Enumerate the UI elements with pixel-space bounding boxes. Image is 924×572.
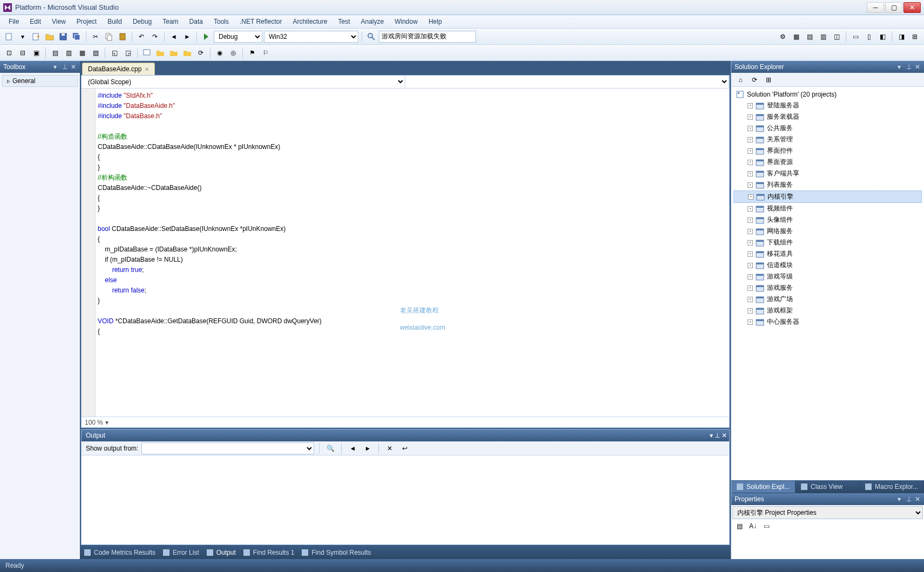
tb2-18[interactable]: ⚐ (260, 47, 271, 59)
project-1[interactable]: +服务装载器 (733, 111, 922, 122)
project-14[interactable]: +信道模块 (733, 260, 922, 271)
maximize-button[interactable]: ▢ (885, 2, 902, 13)
expand-icon[interactable]: + (748, 217, 753, 223)
expand-icon[interactable]: + (748, 240, 753, 246)
tb-icon-9[interactable]: ◨ (895, 31, 907, 43)
se-home-button[interactable]: ⌂ (735, 74, 746, 86)
output-next-button[interactable]: ► (362, 442, 373, 454)
save-button[interactable] (57, 31, 69, 43)
tb-icon-4[interactable]: ▥ (817, 31, 829, 43)
project-6[interactable]: +客户端共享 (733, 168, 922, 179)
menu-architecture[interactable]: Architecture (287, 16, 332, 27)
start-debug-button[interactable] (200, 31, 212, 43)
minimize-button[interactable]: ─ (867, 2, 884, 13)
paste-button[interactable] (117, 31, 128, 43)
file-tab-close-icon[interactable]: ✕ (145, 66, 149, 72)
menu-help[interactable]: Help (423, 16, 447, 27)
props-az-button[interactable]: A↓ (747, 520, 759, 532)
output-prev-button[interactable]: ◄ (346, 442, 358, 454)
output-pin-icon[interactable]: ⊥ (715, 432, 720, 439)
se-close-icon[interactable]: ✕ (915, 63, 922, 71)
config-select[interactable]: Debug (214, 31, 262, 43)
find-button[interactable] (365, 31, 377, 43)
output-tab-1[interactable]: Error List (162, 548, 199, 557)
tb2-2[interactable]: ⊟ (17, 47, 29, 59)
expand-icon[interactable]: + (748, 194, 753, 200)
tb-icon-7[interactable]: ▯ (863, 31, 875, 43)
props-dropdown-icon[interactable]: ▾ (898, 495, 905, 503)
toolbox-dropdown-icon[interactable]: ▾ (53, 63, 61, 71)
expand-icon[interactable]: + (748, 285, 753, 291)
properties-select[interactable]: 内核引擎 Project Properties (732, 506, 923, 519)
project-8[interactable]: +内核引擎 (733, 190, 922, 203)
expand-icon[interactable]: + (748, 263, 753, 268)
tb2-15[interactable]: ◉ (214, 47, 226, 59)
find-input[interactable] (379, 31, 476, 43)
project-4[interactable]: +界面控件 (733, 145, 922, 156)
tb-icon-8[interactable]: ◧ (877, 31, 888, 43)
se-pin-icon[interactable]: ⊥ (906, 63, 914, 71)
project-10[interactable]: +头像组件 (733, 214, 922, 226)
tb2-3[interactable]: ▣ (30, 47, 42, 59)
add-item-button[interactable]: + (30, 31, 42, 43)
tb2-12[interactable] (168, 47, 180, 59)
se-tab-1[interactable]: Class View (796, 481, 860, 493)
tb2-7[interactable]: ▧ (90, 47, 101, 59)
project-18[interactable]: +游戏框架 (733, 305, 922, 316)
expand-icon[interactable]: + (748, 308, 753, 314)
project-16[interactable]: +游戏服务 (733, 282, 922, 294)
open-button[interactable] (44, 31, 56, 43)
project-3[interactable]: +关系管理 (733, 134, 922, 145)
expand-icon[interactable]: + (748, 103, 753, 108)
cut-button[interactable]: ✂ (90, 31, 101, 43)
new-dropdown[interactable]: ▾ (17, 31, 29, 43)
menu-build[interactable]: Build (102, 16, 127, 27)
zoom-dropdown-icon[interactable]: ▾ (105, 419, 108, 426)
project-17[interactable]: +游戏广场 (733, 294, 922, 305)
scope-right-select[interactable] (405, 76, 729, 88)
tb2-6[interactable]: ▦ (76, 47, 88, 59)
expand-icon[interactable]: + (748, 114, 753, 120)
output-tab-2[interactable]: Output (206, 548, 236, 557)
props-cat-button[interactable]: ▤ (733, 520, 745, 532)
project-12[interactable]: +下载组件 (733, 237, 922, 248)
new-project-button[interactable] (3, 31, 15, 43)
props-close-icon[interactable]: ✕ (915, 495, 922, 503)
menu-analyze[interactable]: Analyze (355, 16, 389, 27)
expand-icon[interactable]: + (748, 251, 753, 257)
nav-fwd-button[interactable]: ► (181, 31, 193, 43)
expand-icon[interactable]: + (748, 319, 753, 325)
scope-left-select[interactable]: (Global Scope) (81, 76, 405, 88)
menu-reflector[interactable]: .NET Reflector (234, 16, 287, 27)
file-tab-active[interactable]: DataBaseAide.cpp ✕ (82, 63, 155, 75)
output-dropdown-icon[interactable]: ▾ (710, 432, 713, 439)
tb2-16[interactable]: ◎ (227, 47, 239, 59)
toolbox-pin-icon[interactable]: ⊥ (62, 63, 70, 71)
expand-icon[interactable]: + (748, 137, 753, 142)
output-clear-button[interactable]: ✕ (384, 442, 396, 454)
undo-button[interactable]: ↶ (135, 31, 147, 43)
tb2-14[interactable]: ⟳ (195, 47, 207, 59)
output-find-button[interactable]: 🔍 (324, 442, 336, 454)
save-all-button[interactable] (71, 31, 83, 43)
se-refresh-button[interactable]: ⟳ (749, 74, 760, 86)
output-tab-0[interactable]: Code Metrics Results (83, 548, 155, 557)
tb-icon-6[interactable]: ▭ (850, 31, 861, 43)
expand-icon[interactable]: + (748, 182, 753, 188)
project-11[interactable]: +网络服务 (733, 226, 922, 237)
expand-icon[interactable]: + (748, 297, 753, 302)
menu-data[interactable]: Data (184, 16, 208, 27)
tb-icon-10[interactable]: ⊞ (909, 31, 921, 43)
project-13[interactable]: +移花道具 (733, 248, 922, 260)
tb2-11[interactable] (154, 47, 166, 59)
output-source-select[interactable] (141, 442, 314, 454)
project-9[interactable]: +视频组件 (733, 203, 922, 214)
zoom-level[interactable]: 100 % (85, 419, 103, 426)
solution-tree[interactable]: Solution 'Platform' (20 projects)+登陆服务器+… (731, 87, 924, 480)
toolbox-general-tab[interactable]: ▹ General (2, 75, 78, 87)
toolbox-close-icon[interactable]: ✕ (71, 63, 78, 71)
tb-icon-2[interactable]: ▦ (790, 31, 802, 43)
project-5[interactable]: +界面资源 (733, 156, 922, 168)
menu-tools[interactable]: Tools (208, 16, 234, 27)
tb2-10[interactable] (141, 47, 153, 59)
